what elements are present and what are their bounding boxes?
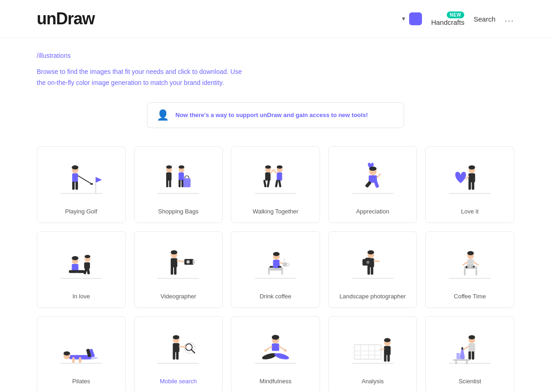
illustration-card-analysis[interactable]: Analysis <box>328 316 417 392</box>
illustration-image-scientist <box>433 326 507 372</box>
illustration-image-pilates <box>44 326 118 372</box>
illustration-image-walking <box>238 156 313 202</box>
support-text: Now there's a way to support unDraw and … <box>175 112 368 118</box>
illustration-card-inlove[interactable]: In love <box>37 231 126 308</box>
svg-point-21 <box>179 165 185 168</box>
header: unDraw ▼ NEW Handcrafts Search ... <box>0 0 551 38</box>
illustration-card-appreciation[interactable]: Appreciation <box>328 146 417 223</box>
support-icon: 👤 <box>157 109 169 121</box>
illustration-image-shopping <box>141 156 216 202</box>
svg-rect-156 <box>466 361 468 364</box>
illustration-card-coffee[interactable]: Drink coffee <box>231 231 320 308</box>
svg-rect-3 <box>72 181 74 190</box>
svg-line-102 <box>474 262 478 264</box>
illustration-card-scientist[interactable]: Scientist <box>425 316 514 392</box>
illustration-label-photographer: Landscape photographer <box>339 292 406 301</box>
svg-point-127 <box>261 352 277 361</box>
svg-rect-2 <box>72 173 78 182</box>
svg-rect-62 <box>171 258 177 267</box>
svg-rect-12 <box>166 172 172 180</box>
svg-rect-39 <box>374 180 379 188</box>
svg-point-69 <box>171 250 177 254</box>
color-picker[interactable]: ▼ <box>401 12 422 25</box>
illustration-card-coffeetime[interactable]: Coffee Time <box>425 231 514 308</box>
svg-rect-73 <box>268 267 270 274</box>
svg-marker-8 <box>96 177 102 183</box>
svg-point-58 <box>72 256 78 260</box>
svg-line-40 <box>377 174 380 178</box>
illustration-card-shopping[interactable]: Shopping Bags <box>134 146 223 223</box>
illustration-label-analysis: Analysis <box>361 377 383 386</box>
svg-rect-6 <box>90 183 93 185</box>
svg-point-91 <box>366 261 369 263</box>
svg-rect-98 <box>476 269 478 275</box>
illustration-card-videographer[interactable]: Videographer <box>134 231 223 308</box>
illustration-card-pilates[interactable]: Pilates <box>37 316 126 392</box>
svg-line-25 <box>270 170 273 173</box>
illustration-label-shopping: Shopping Bags <box>158 207 198 216</box>
svg-rect-19 <box>183 178 191 187</box>
illustration-image-golf <box>44 156 118 202</box>
color-dropdown-arrow[interactable]: ▼ <box>401 16 406 22</box>
svg-rect-14 <box>169 179 172 187</box>
svg-rect-149 <box>468 343 475 352</box>
svg-line-122 <box>180 347 186 347</box>
illustration-image-love <box>433 156 507 202</box>
illustration-label-appreciation: Appreciation <box>356 207 389 216</box>
svg-rect-30 <box>277 172 282 180</box>
more-menu[interactable]: ... <box>505 14 514 24</box>
search-link[interactable]: Search <box>473 15 495 23</box>
svg-rect-64 <box>174 266 176 274</box>
svg-rect-76 <box>270 266 273 268</box>
main-content: /illustrations Browse to find the images… <box>0 38 551 392</box>
svg-line-152 <box>464 347 469 350</box>
svg-rect-142 <box>384 346 390 355</box>
illustration-image-videographer <box>141 241 216 287</box>
svg-rect-85 <box>371 266 373 274</box>
illustration-image-coffeetime <box>433 241 507 287</box>
illustration-label-pilates: Pilates <box>72 377 90 386</box>
illustration-card-walking[interactable]: Walking Together <box>231 146 320 223</box>
svg-rect-17 <box>179 179 181 187</box>
svg-point-48 <box>468 165 475 169</box>
illustration-image-coffee <box>238 241 313 287</box>
illustration-label-mobilesearch: Mobile search <box>160 377 197 386</box>
svg-rect-32 <box>275 179 278 187</box>
svg-point-133 <box>272 335 279 340</box>
svg-point-68 <box>186 260 190 263</box>
illustration-card-mobilesearch[interactable]: Mobile search <box>134 316 223 392</box>
breadcrumb: /illustrations <box>37 52 514 59</box>
illustration-label-scientist: Scientist <box>459 377 481 386</box>
svg-rect-24 <box>265 172 270 180</box>
svg-rect-53 <box>76 270 84 273</box>
handcrafts-link[interactable]: Handcrafts <box>431 18 465 26</box>
illustration-image-appreciation <box>336 156 410 202</box>
svg-rect-157 <box>456 353 460 359</box>
svg-point-80 <box>273 252 280 256</box>
svg-point-92 <box>367 250 374 254</box>
illustration-label-coffeetime: Coffee Time <box>454 292 486 301</box>
svg-rect-44 <box>468 173 475 182</box>
svg-point-104 <box>467 251 474 255</box>
svg-line-47 <box>466 176 468 179</box>
illustration-card-photographer[interactable]: Landscape photographer <box>328 231 417 308</box>
svg-rect-77 <box>278 266 281 268</box>
illustration-card-love[interactable]: Love it <box>425 146 514 223</box>
illustration-image-inlove <box>44 241 118 287</box>
svg-point-158 <box>468 335 475 339</box>
nav-right: ▼ NEW Handcrafts Search ... <box>401 11 514 26</box>
svg-line-87 <box>374 261 379 262</box>
svg-rect-112 <box>72 357 74 363</box>
logo: unDraw <box>37 9 95 28</box>
svg-rect-74 <box>281 267 283 274</box>
illustration-label-videographer: Videographer <box>160 292 196 301</box>
svg-rect-57 <box>86 268 90 274</box>
illustration-card-golf[interactable]: Playing Golf <box>37 146 126 223</box>
svg-point-109 <box>63 351 70 355</box>
illustration-label-love: Love it <box>461 207 478 216</box>
svg-point-123 <box>173 335 180 339</box>
svg-rect-13 <box>166 179 169 187</box>
description: Browse to find the images that fit your … <box>37 67 266 89</box>
illustration-card-mindfulness[interactable]: Mindfulness <box>231 316 320 392</box>
color-swatch[interactable] <box>409 12 422 25</box>
